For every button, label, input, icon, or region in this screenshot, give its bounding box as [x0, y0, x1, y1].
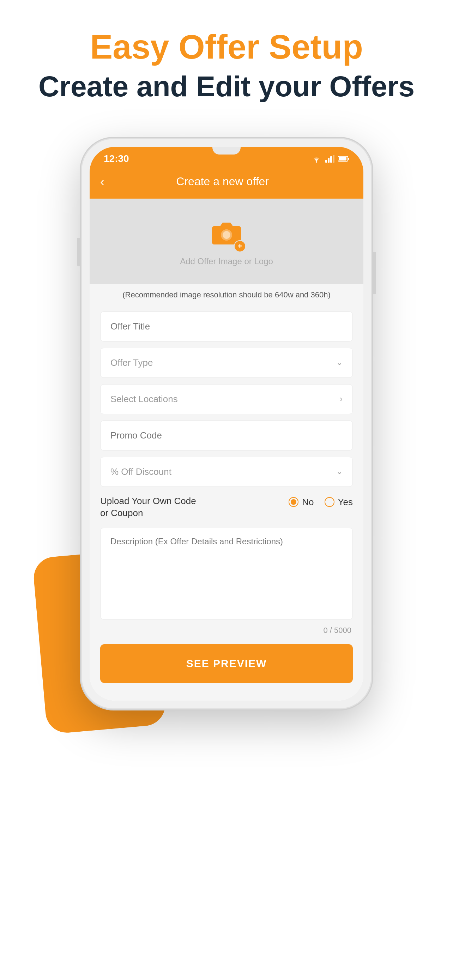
phone-frame: 12:30: [82, 139, 371, 708]
promo-code-input[interactable]: [100, 420, 353, 450]
phone-content: + Add Offer Image or Logo (Recommended i…: [90, 199, 363, 701]
notch: [212, 147, 241, 154]
form-area: Offer Type ⌄ Select Locations › % Off Di…: [90, 306, 363, 641]
phone-wrapper: 12:30: [68, 139, 385, 708]
description-textarea[interactable]: [100, 528, 353, 619]
svg-point-0: [316, 161, 317, 162]
svg-rect-1: [325, 160, 327, 162]
upload-own-code-group: Upload Your Own Code or Coupon No Yes: [100, 493, 353, 522]
off-discount-dropdown[interactable]: % Off Discount ⌄: [100, 457, 353, 487]
chevron-down-icon-2: ⌄: [336, 467, 343, 476]
svg-rect-2: [328, 158, 329, 162]
plus-badge: +: [234, 240, 246, 252]
radio-no-option[interactable]: No: [289, 497, 314, 508]
signal-icon: [325, 155, 334, 162]
page-subtitle: Create and Edit your Offers: [14, 69, 439, 104]
camera-icon-container: +: [211, 220, 242, 251]
wifi-icon: [311, 155, 322, 162]
radio-no-circle: [289, 497, 299, 507]
offer-title-input[interactable]: [100, 312, 353, 342]
image-upload-area[interactable]: + Add Offer Image or Logo: [90, 199, 363, 284]
app-bar-title: Create a new offer: [111, 175, 334, 188]
phone-inner: 12:30: [90, 147, 363, 701]
back-button[interactable]: ‹: [100, 175, 104, 187]
page-header: Easy Offer Setup Create and Edit your Of…: [0, 0, 453, 118]
status-time: 12:30: [104, 153, 129, 164]
off-discount-label: % Off Discount: [110, 466, 172, 477]
svg-point-9: [223, 231, 230, 239]
recommendation-text: (Recommended image resolution should be …: [90, 284, 363, 306]
upload-own-code-label: Upload Your Own Code or Coupon: [100, 495, 281, 519]
svg-rect-6: [339, 157, 347, 161]
select-locations-label: Select Locations: [110, 394, 178, 405]
svg-rect-4: [333, 155, 334, 162]
select-locations-field[interactable]: Select Locations ›: [100, 384, 353, 414]
offer-type-label: Offer Type: [110, 357, 153, 368]
see-preview-button[interactable]: SEE PREVIEW: [100, 644, 353, 683]
battery-icon: [338, 156, 349, 162]
page-title-orange: Easy Offer Setup: [14, 28, 439, 65]
app-bar: ‹ Create a new offer: [90, 168, 363, 199]
char-count: 0 / 5000: [100, 626, 353, 635]
radio-yes-option[interactable]: Yes: [324, 497, 353, 508]
offer-type-dropdown[interactable]: Offer Type ⌄: [100, 348, 353, 378]
chevron-right-icon: ›: [340, 394, 343, 404]
radio-options: No Yes: [289, 497, 353, 508]
svg-rect-7: [348, 158, 349, 160]
image-upload-label: Add Offer Image or Logo: [180, 256, 273, 266]
status-bar: 12:30: [90, 147, 363, 168]
radio-no-label: No: [302, 497, 314, 508]
status-icons: [311, 155, 349, 162]
svg-rect-3: [330, 156, 332, 162]
radio-yes-label: Yes: [338, 497, 353, 508]
radio-yes-circle: [324, 497, 334, 507]
chevron-down-icon: ⌄: [336, 358, 343, 367]
